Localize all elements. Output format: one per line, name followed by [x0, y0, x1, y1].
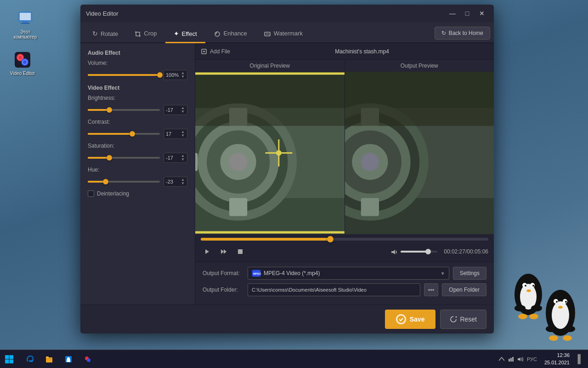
svg-rect-98	[67, 359, 70, 362]
volume-thumb[interactable]	[157, 72, 163, 78]
volume-value-box: 100% ▲ ▼	[164, 70, 187, 80]
desktop-icon-computer[interactable]: Этоткомпьютер	[9, 9, 41, 40]
reset-icon	[450, 316, 457, 323]
show-desktop-button[interactable]: ▌	[573, 350, 588, 368]
stop-button[interactable]	[234, 245, 247, 258]
hue-label-row: Hue:	[88, 167, 187, 173]
preview-area: Original Preview	[195, 60, 494, 234]
svg-point-74	[532, 285, 534, 287]
svg-point-80	[546, 290, 575, 336]
back-to-home-label: Back to Home	[449, 30, 483, 36]
tab-effect[interactable]: ✦ Effect	[165, 25, 205, 43]
volume-value: 100%	[166, 72, 181, 78]
hue-arrows: ▲ ▼	[181, 178, 185, 185]
hue-label: Hue:	[88, 167, 120, 173]
hue-down-arrow[interactable]: ▼	[181, 182, 185, 185]
svg-rect-93	[5, 359, 9, 363]
svg-point-73	[525, 285, 526, 287]
save-button[interactable]: Save	[385, 310, 436, 329]
svg-point-89	[549, 335, 558, 341]
svg-rect-95	[46, 357, 52, 362]
minimize-button[interactable]: —	[446, 8, 459, 19]
svg-rect-64	[238, 249, 243, 254]
original-video-content	[195, 72, 345, 234]
hue-track	[88, 181, 160, 183]
tab-crop[interactable]: Crop	[126, 25, 165, 43]
fast-forward-button[interactable]	[217, 245, 230, 258]
saturation-slider[interactable]	[88, 154, 160, 161]
brightness-slider[interactable]	[88, 106, 160, 114]
settings-button[interactable]: Settings	[453, 267, 486, 280]
enhance-icon	[214, 30, 221, 37]
contrast-slider[interactable]	[88, 130, 160, 138]
open-folder-button[interactable]: Open Folder	[442, 283, 486, 296]
svg-point-21	[229, 153, 247, 171]
brightness-label: Brightness:	[88, 95, 120, 101]
brightness-thumb[interactable]	[107, 107, 112, 113]
taskbar-store[interactable]	[60, 351, 77, 368]
output-video-content	[345, 72, 494, 234]
hue-thumb[interactable]	[103, 179, 108, 184]
clock-date: 25.01.2021	[544, 359, 570, 366]
svg-point-85	[565, 301, 567, 303]
stop-icon	[237, 249, 243, 254]
svg-rect-4	[20, 13, 31, 20]
reset-button[interactable]: Reset	[440, 310, 486, 329]
back-to-home-button[interactable]: ↻ Back to Home	[435, 27, 490, 40]
saturation-down-arrow[interactable]: ▼	[181, 158, 185, 161]
output-folder-label: Output Folder:	[203, 287, 244, 293]
effect-icon: ✦	[174, 30, 179, 37]
volume-slider-thumb[interactable]	[425, 249, 431, 254]
deinterlacing-checkbox[interactable]	[88, 190, 94, 197]
progress-fill	[201, 238, 330, 241]
volume-label: Volume:	[88, 60, 120, 66]
save-check-icon	[396, 314, 406, 324]
saturation-thumb[interactable]	[107, 155, 112, 161]
output-format-select[interactable]: MPEG MPEG-4 Video (*.mp4) ▼	[248, 267, 449, 280]
volume-arrows: ▲ ▼	[181, 71, 185, 79]
tab-watermark[interactable]: Watermark	[255, 25, 311, 43]
svg-marker-105	[518, 357, 520, 361]
folder-dots-button[interactable]: •••	[424, 283, 439, 296]
tab-watermark-label: Watermark	[274, 30, 303, 37]
contrast-down-arrow[interactable]: ▼	[181, 134, 185, 138]
desktop-icon-video-editor[interactable]: Video Editor	[6, 51, 39, 76]
output-preview-panel: Output Preview	[345, 60, 494, 234]
brightness-slider-row: -17 ▲ ▼	[88, 105, 187, 115]
start-button[interactable]	[0, 350, 18, 368]
tab-enhance[interactable]: Enhance	[205, 25, 255, 43]
contrast-thumb[interactable]	[130, 131, 135, 137]
explorer-icon	[45, 355, 53, 363]
volume-slider-playback[interactable]	[401, 251, 437, 253]
computer-label: Этоткомпьютер	[14, 29, 37, 40]
progress-bar[interactable]	[201, 238, 488, 241]
svg-rect-24	[195, 153, 198, 171]
volume-down-arrow[interactable]: ▼	[181, 75, 185, 79]
lang-indicator: РУС	[527, 356, 537, 362]
brightness-down-arrow[interactable]: ▼	[181, 110, 185, 114]
taskbar-video-editor[interactable]	[79, 351, 96, 368]
title-bar: Video Editor — □ ✕	[80, 5, 494, 22]
svg-marker-65	[391, 250, 395, 254]
svg-point-83	[563, 299, 567, 304]
hue-slider[interactable]	[88, 178, 160, 185]
svg-point-81	[552, 301, 569, 329]
play-button[interactable]	[201, 245, 214, 258]
tab-rotate[interactable]: ↻ Rotate	[84, 25, 126, 43]
brightness-track	[88, 109, 160, 111]
saturation-slider-row: -17 ▲ ▼	[88, 153, 187, 163]
taskbar-explorer[interactable]	[40, 351, 58, 368]
original-preview-panel: Original Preview	[195, 60, 345, 234]
taskbar-clock[interactable]: 12:36 25.01.2021	[541, 352, 573, 366]
add-file-button[interactable]: Add File	[201, 48, 230, 55]
volume-row: Volume:	[88, 60, 187, 66]
computer-icon	[16, 9, 34, 28]
taskbar-edge[interactable]	[21, 351, 39, 368]
maximize-button[interactable]: □	[461, 8, 474, 19]
progress-thumb[interactable]	[327, 236, 334, 242]
windows-logo-icon	[5, 355, 14, 364]
checkmark-icon	[399, 317, 403, 322]
volume-slider[interactable]	[88, 71, 160, 79]
taskbar-ve-icon	[84, 355, 92, 363]
close-button[interactable]: ✕	[475, 8, 488, 19]
